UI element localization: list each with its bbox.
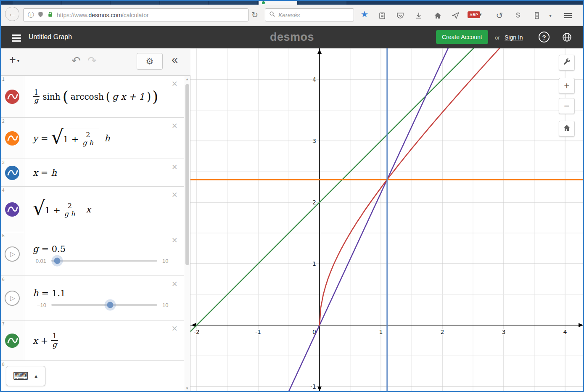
- close-icon[interactable]: ×: [172, 278, 177, 290]
- home-icon[interactable]: [433, 11, 442, 20]
- browser-tab[interactable]: [209, 0, 257, 5]
- help-button[interactable]: ?: [539, 32, 550, 42]
- expression-math[interactable]: [24, 361, 184, 392]
- zoom-out-button[interactable]: −: [559, 98, 575, 114]
- url-bar[interactable]: ⓘ https://www.desmos.com/calculator: [23, 8, 248, 21]
- search-bar[interactable]: [265, 8, 354, 21]
- scrollbar-thumb[interactable]: [185, 84, 189, 265]
- bookmark-star-icon[interactable]: ★: [360, 10, 369, 19]
- browser-tab[interactable]: [299, 0, 346, 5]
- history-icon[interactable]: ↺: [495, 11, 504, 20]
- expression-math[interactable]: y= √1 +2g h h: [24, 118, 184, 159]
- expression-math[interactable]: x+1g: [24, 320, 184, 360]
- slider-track[interactable]: [51, 304, 157, 306]
- scroll-down-icon[interactable]: ▼: [184, 387, 190, 390]
- expression-gutter[interactable]: 5 ▷: [0, 232, 24, 275]
- expression-gutter[interactable]: 2: [0, 118, 24, 159]
- notes-icon[interactable]: [532, 11, 542, 20]
- graph-canvas[interactable]: -2-112344321-10: [190, 48, 584, 392]
- back-button[interactable]: ←: [5, 7, 19, 21]
- graph-menu-icon[interactable]: [12, 33, 21, 43]
- expression-row[interactable]: 6 ▷ h= 1.1 −10 10 ×: [0, 276, 184, 320]
- browser-tab-active[interactable]: [259, 0, 297, 5]
- close-icon[interactable]: ×: [172, 189, 177, 201]
- svg-text:4: 4: [312, 76, 316, 83]
- curve-toggle-icon[interactable]: [5, 165, 20, 180]
- close-icon[interactable]: ×: [172, 78, 177, 90]
- browser-tab[interactable]: [62, 0, 110, 5]
- graph-settings-button[interactable]: [559, 55, 575, 71]
- shield-icon[interactable]: [37, 11, 44, 19]
- desmos-header: Untitled Graph desmos Create Account or …: [0, 26, 584, 48]
- expression-gutter[interactable]: 4: [0, 187, 24, 232]
- expression-row[interactable]: 3 x=h ×: [0, 159, 184, 187]
- play-button[interactable]: ▷: [5, 291, 20, 306]
- expression-row[interactable]: 1 1g sinh(arccosh(g x + 1)) ×: [0, 76, 184, 118]
- keyboard-button[interactable]: ⌨ ▲: [6, 366, 45, 386]
- expression-math[interactable]: x=h: [24, 159, 184, 186]
- expression-gutter[interactable]: 1: [0, 76, 24, 117]
- desmos-favicon: [262, 1, 265, 4]
- reload-icon[interactable]: ↻: [251, 10, 258, 20]
- slider-track[interactable]: [51, 260, 157, 262]
- row-number: 6: [2, 277, 5, 282]
- close-icon[interactable]: ×: [172, 120, 177, 132]
- expression-row[interactable]: 7 x+1g ×: [0, 320, 184, 361]
- close-icon[interactable]: ×: [172, 323, 177, 334]
- pocket-icon[interactable]: [396, 11, 405, 20]
- expression-math[interactable]: g= 0.5 0.01 10: [24, 232, 184, 275]
- plus-icon: +: [564, 80, 569, 92]
- row-number: 7: [2, 322, 5, 326]
- clipboard-icon[interactable]: [378, 11, 387, 20]
- extension-icon[interactable]: [513, 11, 523, 20]
- zoom-in-button[interactable]: +: [559, 78, 575, 94]
- settings-button[interactable]: ⚙: [137, 53, 163, 70]
- browser-tab[interactable]: [111, 0, 159, 5]
- toolbar-caret-icon[interactable]: ▾: [546, 11, 555, 20]
- expression-math[interactable]: 1g sinh(arccosh(g x + 1)): [24, 76, 184, 117]
- language-globe-icon[interactable]: [562, 32, 572, 44]
- redo-button[interactable]: ↷: [87, 54, 97, 67]
- expression-gutter[interactable]: 6 ▷: [0, 276, 24, 320]
- expression-math[interactable]: √1 +2g h x: [24, 187, 184, 232]
- adblock-button[interactable]: ABP: [468, 11, 480, 18]
- curve-toggle-icon[interactable]: [5, 89, 20, 104]
- menu-icon[interactable]: [563, 11, 573, 20]
- browser-tab[interactable]: [160, 0, 208, 5]
- curve-toggle-icon[interactable]: [5, 333, 20, 348]
- slider-min-label: −10: [33, 302, 46, 308]
- add-expression-button[interactable]: +▾: [9, 53, 19, 66]
- graph-title[interactable]: Untitled Graph: [29, 33, 72, 41]
- sign-in-link[interactable]: Sign In: [505, 34, 523, 41]
- create-account-button[interactable]: Create Account: [436, 30, 488, 44]
- sidebar-scrollbar[interactable]: ▲ ▼: [184, 76, 190, 392]
- download-icon[interactable]: [414, 11, 423, 20]
- collapse-button[interactable]: «: [172, 53, 178, 66]
- close-icon[interactable]: ×: [172, 162, 177, 173]
- svg-text:3: 3: [502, 328, 506, 335]
- send-tab-icon[interactable]: [451, 11, 460, 20]
- lock-icon[interactable]: [47, 11, 53, 19]
- expression-gutter[interactable]: 7: [0, 320, 24, 360]
- search-input[interactable]: [278, 12, 346, 19]
- curve-toggle-icon[interactable]: [5, 202, 20, 217]
- info-icon[interactable]: ⓘ: [28, 11, 34, 19]
- slider-handle[interactable]: [54, 258, 60, 264]
- plus-icon: +: [9, 53, 16, 66]
- expression-row[interactable]: 4 √1 +2g h x ×: [0, 187, 184, 232]
- expression-row[interactable]: 2 y= √1 +2g h h ×: [0, 118, 184, 159]
- curve-toggle-icon[interactable]: [5, 131, 20, 146]
- close-icon[interactable]: ×: [172, 235, 177, 246]
- default-view-button[interactable]: [559, 121, 575, 137]
- row-number: 8: [2, 362, 5, 367]
- scroll-up-icon[interactable]: ▲: [184, 77, 190, 81]
- browser-tab[interactable]: [13, 0, 61, 5]
- expression-math[interactable]: h= 1.1 −10 10: [24, 276, 184, 320]
- expression-row[interactable]: 5 ▷ g= 0.5 0.01 10 ×: [0, 232, 184, 276]
- play-button[interactable]: ▷: [5, 246, 20, 262]
- slider-handle[interactable]: [107, 302, 113, 308]
- adblock-caret-icon[interactable]: ▾: [479, 12, 482, 17]
- undo-button[interactable]: ↶: [71, 54, 81, 67]
- expression-gutter[interactable]: 3: [0, 159, 24, 186]
- caret-up-icon: ▲: [34, 373, 38, 379]
